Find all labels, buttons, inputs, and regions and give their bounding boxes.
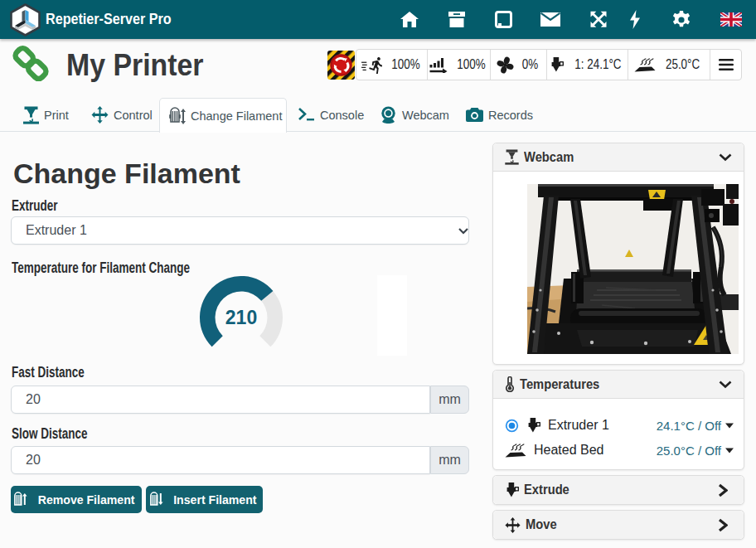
svg-text:210: 210 [225,307,257,328]
